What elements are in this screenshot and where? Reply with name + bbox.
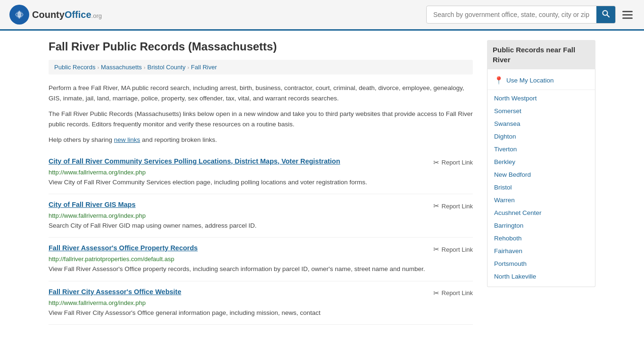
sidebar-nearby-link-5[interactable]: Berkley — [494, 158, 515, 165]
sidebar-nearby-item-6: New Bedford — [487, 168, 595, 181]
sidebar-divider — [487, 90, 595, 90]
sidebar-nearby-item-14: North Lakeville — [487, 270, 595, 283]
logo-icon — [9, 5, 29, 25]
record-entry-2: Fall River Assessor's Office Property Re… — [49, 238, 473, 281]
sidebar: Public Records near Fall River 📍 Use My … — [487, 40, 595, 325]
report-link-0[interactable]: ✂ Report Link — [433, 158, 473, 167]
scissors-icon: ✂ — [433, 289, 439, 297]
sidebar-nearby-link-10[interactable]: Barrington — [494, 222, 523, 229]
search-button[interactable] — [596, 6, 615, 23]
menu-button[interactable] — [620, 9, 635, 21]
sidebar-nearby-item-5: Berkley — [487, 156, 595, 168]
record-url-0[interactable]: http://www.fallriverma.org/index.php — [49, 169, 473, 176]
record-url-1[interactable]: http://www.fallriverma.org/index.php — [49, 212, 473, 219]
sidebar-nearby-item-13: Portsmouth — [487, 257, 595, 270]
breadcrumb-sep: › — [144, 65, 146, 70]
sidebar-nearby-item-8: Warren — [487, 194, 595, 206]
breadcrumb: Public Records › Massachusetts › Bristol… — [49, 60, 473, 74]
menu-icon-line — [622, 14, 633, 16]
record-url-2[interactable]: http://fallriver.patriotproperties.com/d… — [49, 255, 473, 263]
sidebar-nearby-link-4[interactable]: Tiverton — [494, 146, 517, 153]
record-entry-3: Fall River City Assessor's Office Websit… — [49, 281, 473, 325]
use-my-location-btn[interactable]: 📍 Use My Location — [487, 73, 595, 88]
report-link-2[interactable]: ✂ Report Link — [433, 245, 473, 254]
records-list: City of Fall River Community Services Po… — [49, 151, 473, 325]
search-bar — [426, 6, 616, 24]
breadcrumb-sep: › — [97, 65, 99, 70]
logo-area: CountyOffice.org — [9, 5, 102, 25]
breadcrumb-sep: › — [187, 65, 189, 70]
breadcrumb-bristol-county[interactable]: Bristol County — [147, 64, 185, 71]
record-header-2: Fall River Assessor's Office Property Re… — [49, 244, 473, 254]
sidebar-nearby-item-3: Dighton — [487, 130, 595, 143]
report-link-label: Report Link — [442, 289, 473, 296]
record-desc-2: View Fall River Assessor's Office proper… — [49, 264, 473, 274]
sidebar-nearby-item-0: North Westport — [487, 92, 595, 105]
scissors-icon: ✂ — [433, 202, 439, 210]
content-area: Fall River Public Records (Massachusetts… — [49, 40, 473, 325]
breadcrumb-fall-river[interactable]: Fall River — [191, 64, 217, 71]
sidebar-nearby-link-7[interactable]: Bristol — [494, 184, 512, 191]
scissors-icon: ✂ — [433, 245, 439, 254]
sidebar-nearby-link-1[interactable]: Somerset — [494, 107, 521, 115]
sidebar-nearby-link-12[interactable]: Fairhaven — [494, 247, 522, 255]
record-desc-0: View City of Fall River Community Servic… — [49, 178, 473, 187]
description-3-suffix: and reporting broken links. — [140, 136, 217, 143]
sidebar-nearby-item-2: Swansea — [487, 117, 595, 130]
report-link-3[interactable]: ✂ Report Link — [433, 289, 473, 297]
sidebar-nearby-link-11[interactable]: Rehoboth — [494, 235, 522, 242]
menu-icon-line — [622, 11, 633, 12]
description-3: Help others by sharing new links and rep… — [49, 135, 473, 145]
report-link-label: Report Link — [442, 203, 473, 210]
record-title-2[interactable]: Fall River Assessor's Office Property Re… — [49, 244, 198, 252]
sidebar-nearby-link-2[interactable]: Swansea — [494, 120, 520, 127]
sidebar-nearby-list: North WestportSomersetSwanseaDightonTive… — [487, 92, 595, 283]
record-entry-0: City of Fall River Community Services Po… — [49, 151, 473, 194]
sidebar-content: 📍 Use My Location North WestportSomerset… — [487, 69, 595, 287]
sidebar-nearby-link-0[interactable]: North Westport — [494, 95, 537, 102]
site-header: CountyOffice.org — [0, 0, 644, 31]
record-title-1[interactable]: City of Fall River GIS Maps — [49, 201, 136, 208]
location-pin-icon: 📍 — [494, 76, 504, 85]
record-desc-1: Search City of Fall River GID map using … — [49, 221, 473, 230]
sidebar-nearby-item-11: Rehoboth — [487, 232, 595, 245]
main-container: Fall River Public Records (Massachusetts… — [39, 31, 605, 334]
sidebar-nearby-link-9[interactable]: Acushnet Center — [494, 209, 542, 216]
record-title-3[interactable]: Fall River City Assessor's Office Websit… — [49, 288, 181, 296]
breadcrumb-massachusetts[interactable]: Massachusetts — [101, 64, 142, 71]
description-1: Perform a free Fall River, MA public rec… — [49, 83, 473, 103]
record-header-1: City of Fall River GIS Maps ✂ Report Lin… — [49, 201, 473, 210]
record-entry-1: City of Fall River GIS Maps ✂ Report Lin… — [49, 194, 473, 238]
sidebar-nearby-link-6[interactable]: New Bedford — [494, 171, 531, 178]
sidebar-nearby-item-1: Somerset — [487, 105, 595, 117]
record-desc-3: View Fall River City Assessor's Office g… — [49, 308, 473, 318]
sidebar-nearby-link-8[interactable]: Warren — [494, 197, 515, 204]
record-title-0[interactable]: City of Fall River Community Services Po… — [49, 157, 340, 165]
menu-icon-line — [622, 17, 633, 19]
sidebar-nearby-item-9: Acushnet Center — [487, 206, 595, 219]
use-my-location-label: Use My Location — [506, 77, 554, 84]
search-input[interactable] — [427, 7, 596, 22]
record-url-3[interactable]: http://www.fallriverma.org/index.php — [49, 299, 473, 306]
sidebar-nearby-item-10: Barrington — [487, 219, 595, 232]
svg-line-4 — [607, 15, 610, 17]
report-link-label: Report Link — [442, 159, 473, 166]
page-title: Fall River Public Records (Massachusetts… — [49, 40, 473, 53]
sidebar-nearby-item-12: Fairhaven — [487, 245, 595, 257]
report-link-1[interactable]: ✂ Report Link — [433, 202, 473, 210]
sidebar-nearby-item-7: Bristol — [487, 181, 595, 194]
record-header-3: Fall River City Assessor's Office Websit… — [49, 288, 473, 297]
sidebar-nearby-link-14[interactable]: North Lakeville — [494, 273, 536, 280]
description-3-prefix: Help others by sharing — [49, 136, 114, 143]
new-links-link[interactable]: new links — [114, 136, 140, 143]
sidebar-nearby-link-3[interactable]: Dighton — [494, 133, 516, 140]
description-2: The Fall River Public Records (Massachus… — [49, 109, 473, 129]
record-header-0: City of Fall River Community Services Po… — [49, 157, 473, 167]
sidebar-title: Public Records near Fall River — [487, 40, 595, 69]
report-link-label: Report Link — [442, 246, 473, 253]
sidebar-nearby-item-4: Tiverton — [487, 143, 595, 156]
breadcrumb-public-records[interactable]: Public Records — [54, 64, 95, 71]
scissors-icon: ✂ — [433, 158, 439, 167]
logo-text: CountyOffice.org — [32, 9, 102, 20]
sidebar-nearby-link-13[interactable]: Portsmouth — [494, 260, 527, 267]
